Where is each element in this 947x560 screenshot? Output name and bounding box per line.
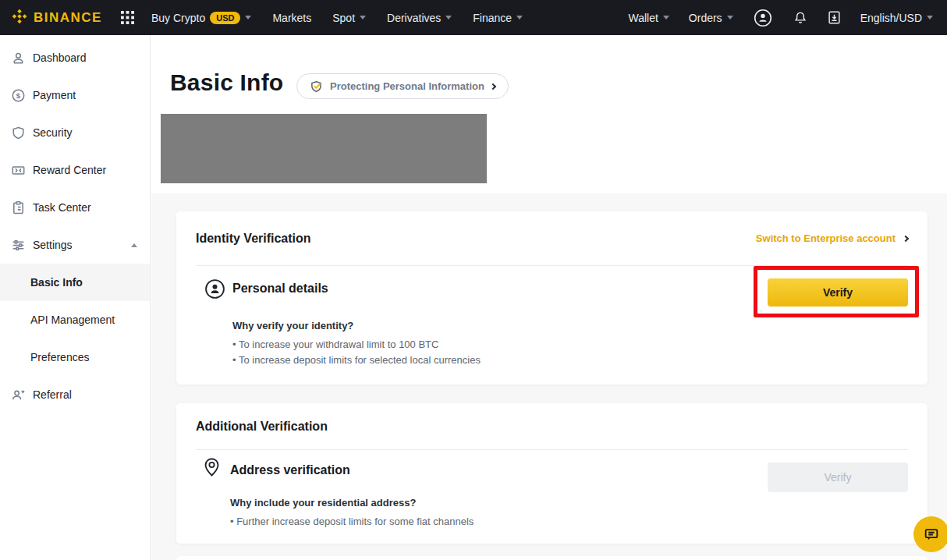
nav-buy-crypto-label: Buy Crypto: [151, 12, 205, 24]
identity-card-header: Identity Verification Switch to Enterpri…: [176, 211, 927, 265]
sidebar-item-dashboard[interactable]: Dashboard: [0, 39, 150, 76]
why-verify-block: Why verify your identity? To increase yo…: [232, 320, 481, 368]
chevron-down-icon: [445, 16, 452, 19]
additional-card-header: Additional Verification: [176, 403, 927, 449]
sidebar-item-label: Referral: [33, 388, 72, 401]
pill-label: Protecting Personal Information: [330, 80, 484, 92]
nav-markets[interactable]: Markets: [272, 12, 311, 24]
sidebar-item-label: Task Center: [33, 201, 91, 214]
location-pin-icon: [203, 457, 221, 478]
nav-orders-label: Orders: [689, 12, 722, 24]
sidebar-item-security[interactable]: Security: [0, 114, 150, 151]
sidebar-item-basic-info[interactable]: Basic Info: [0, 264, 150, 301]
top-navbar: BINANCE Buy Crypto USD Markets Spot Deri…: [0, 0, 947, 35]
chevron-up-icon: [131, 243, 137, 247]
user-plus-icon: [10, 388, 26, 402]
next-card-top-edge: [176, 556, 927, 560]
sidebar-item-label: Security: [33, 126, 73, 139]
page-header: Basic Info Protecting Personal Informati…: [151, 35, 947, 193]
nav-finance-label: Finance: [473, 12, 512, 24]
why-title: Why verify your identity?: [232, 320, 481, 331]
protecting-personal-information-pill[interactable]: Protecting Personal Information: [296, 73, 509, 99]
divider: [196, 449, 908, 450]
identity-verification-card: Identity Verification Switch to Enterpri…: [176, 211, 927, 385]
dollar-circle-icon: $: [10, 88, 26, 103]
chevron-down-icon: [727, 16, 733, 19]
nav-buy-crypto[interactable]: Buy Crypto USD: [151, 12, 251, 24]
apps-grid-icon[interactable]: [121, 11, 134, 24]
nav-derivatives-label: Derivatives: [387, 12, 441, 24]
chevron-down-icon: [927, 16, 933, 19]
sidebar-item-label: API Management: [30, 314, 115, 326]
sidebar-item-preferences[interactable]: Preferences: [0, 338, 150, 376]
primary-nav: Buy Crypto USD Markets Spot Derivatives …: [151, 12, 523, 24]
nav-wallet[interactable]: Wallet: [628, 12, 669, 24]
sidebar-item-settings[interactable]: Settings: [0, 226, 150, 264]
sidebar-item-label: Dashboard: [33, 51, 87, 64]
usd-badge: USD: [210, 12, 240, 24]
language-currency-selector[interactable]: English/USD: [860, 12, 933, 24]
section-title: Address verification: [230, 463, 350, 477]
ticket-icon: [10, 163, 26, 178]
page-title: Basic Info: [170, 69, 283, 96]
why-bullet: Further increase deposit limits for some…: [230, 514, 474, 530]
sidebar-item-reward-center[interactable]: Reward Center: [0, 151, 150, 189]
chevron-right-icon: [490, 83, 496, 89]
chevron-down-icon: [516, 16, 523, 19]
binance-logo[interactable]: BINANCE: [11, 8, 102, 28]
switch-to-enterprise-link[interactable]: Switch to Enterprise account: [756, 232, 908, 244]
nav-finance[interactable]: Finance: [473, 12, 523, 24]
sidebar-item-label: Payment: [33, 89, 76, 101]
address-verify-button[interactable]: Verify: [768, 463, 908, 492]
binance-diamond-icon: [11, 8, 28, 28]
sidebar-item-label: Settings: [33, 239, 73, 251]
download-app-icon[interactable]: [828, 10, 841, 25]
chevron-down-icon: [360, 16, 366, 19]
svg-text:$: $: [16, 90, 20, 99]
link-label: Switch to Enterprise account: [756, 232, 896, 244]
shield-icon: [10, 126, 26, 140]
notifications-bell-icon[interactable]: [793, 10, 808, 26]
sidebar-item-label: Preferences: [30, 351, 89, 363]
locale-label: English/USD: [860, 12, 922, 24]
nav-spot-label: Spot: [332, 12, 355, 24]
chevron-down-icon: [245, 16, 251, 19]
main-content: Basic Info Protecting Personal Informati…: [151, 35, 947, 560]
chevron-down-icon: [663, 16, 669, 19]
chevron-right-icon: [903, 235, 909, 241]
nav-spot[interactable]: Spot: [332, 12, 366, 24]
nav-wallet-label: Wallet: [628, 12, 658, 24]
identity-verify-button[interactable]: Verify: [768, 278, 908, 307]
why-title: Why include your residential address?: [230, 497, 474, 509]
redacted-screenshot-area: [161, 114, 487, 183]
chat-bubble-icon: [923, 526, 940, 543]
nav-markets-label: Markets: [272, 12, 311, 24]
sidebar-item-task-center[interactable]: Task Center: [0, 189, 150, 226]
why-address-block: Why include your residential address? Fu…: [230, 497, 474, 530]
navbar-right: Wallet Orders Engli: [628, 8, 933, 28]
nav-derivatives[interactable]: Derivatives: [387, 12, 452, 24]
shield-check-icon: [310, 80, 324, 94]
profile-icon[interactable]: [753, 8, 773, 28]
sidebar-item-referral[interactable]: Referral: [0, 376, 150, 413]
why-bullet: To increase your withdrawal limit to 100…: [232, 337, 481, 353]
personal-details-icon: [204, 278, 225, 299]
clipboard-icon: [10, 200, 26, 215]
card-title: Identity Verification: [196, 232, 311, 246]
nav-orders[interactable]: Orders: [689, 12, 733, 24]
sidebar-item-api-management[interactable]: API Management: [0, 301, 150, 338]
card-title: Additional Verification: [196, 420, 328, 434]
sidebar-item-label: Reward Center: [33, 164, 106, 176]
binance-logo-text: BINANCE: [34, 10, 102, 26]
settings-sidebar: Dashboard $ Payment Security Reward Cent…: [0, 35, 151, 560]
sidebar-item-payment[interactable]: $ Payment: [0, 76, 150, 114]
user-icon: [10, 51, 26, 66]
support-chat-button[interactable]: [913, 516, 947, 552]
section-title: Personal details: [232, 282, 328, 296]
additional-verification-card: Additional Verification Address verifica…: [176, 403, 927, 544]
sidebar-item-label: Basic Info: [30, 276, 83, 289]
why-bullet: To increase deposit limits for selected …: [232, 353, 481, 368]
divider: [196, 265, 908, 266]
sliders-icon: [10, 238, 26, 253]
